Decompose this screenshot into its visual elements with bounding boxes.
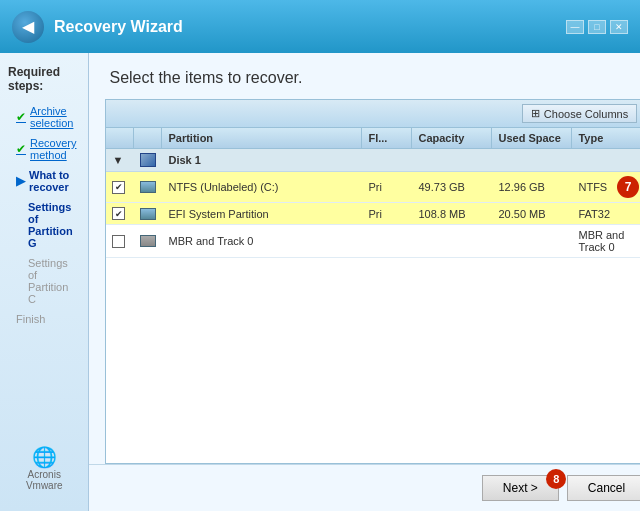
table-row[interactable]: ✔ EFI System Partition Pri 108.8 MB 20.5… — [106, 203, 640, 225]
header-partition[interactable]: Partition — [162, 128, 362, 148]
minimize-button[interactable]: — — [566, 20, 584, 34]
row-icon-cell-2 — [134, 204, 162, 224]
partition-icon-2 — [140, 208, 156, 220]
check-icon: ✔ — [16, 110, 26, 124]
choose-columns-label: Choose Columns — [544, 108, 628, 120]
partition-name-2: EFI System Partition — [162, 204, 362, 224]
header-flag[interactable]: Fl... — [362, 128, 412, 148]
main-layout: Required steps: ✔ Archive selection ✔ Re… — [0, 53, 640, 511]
check-icon-2: ✔ — [16, 142, 26, 156]
sidebar-label-settings-g: Settings of Partition G — [28, 201, 76, 249]
table-header: Partition Fl... Capacity Used Space Type — [106, 128, 640, 149]
choose-columns-button[interactable]: ⊞ Choose Columns — [522, 104, 637, 123]
partition-used-3 — [492, 237, 572, 245]
partition-flag-1: Pri — [362, 177, 412, 197]
partition-capacity-2: 108.8 MB — [412, 204, 492, 224]
disk-icon-cell — [134, 149, 162, 171]
disk-type — [572, 156, 640, 164]
partition-used-1: 12.96 GB — [492, 177, 572, 197]
partition-icon-1 — [140, 181, 156, 193]
sidebar-item-settings-c: Settings of Partition C — [8, 253, 80, 309]
title-bar: ◀ Recovery Wizard — □ ✕ — [0, 0, 640, 53]
row-checkbox-2[interactable]: ✔ — [112, 207, 125, 220]
sidebar-label-archive: Archive selection — [30, 105, 76, 129]
partition-table: ⊞ Choose Columns Partition Fl... Capacit… — [105, 99, 640, 464]
partition-flag-3 — [362, 237, 412, 245]
disk-used — [492, 156, 572, 164]
sidebar-item-settings-g[interactable]: Settings of Partition G — [8, 197, 80, 253]
cancel-button[interactable]: Cancel — [567, 475, 640, 501]
row-checkbox-cell-3[interactable] — [106, 231, 134, 252]
window-controls: — □ ✕ — [566, 20, 628, 34]
maximize-button[interactable]: □ — [588, 20, 606, 34]
partition-type-1: NTFS 7 — [572, 172, 640, 202]
sidebar-label-what: What to recover — [29, 169, 76, 193]
sidebar-footer-text: Acronis Vmware — [8, 469, 80, 491]
partition-type-3: MBR and Track 0 — [572, 225, 640, 257]
partition-used-2: 20.50 MB — [492, 204, 572, 224]
partition-name-3: MBR and Track 0 — [162, 231, 362, 251]
sidebar-label-finish: Finish — [16, 313, 45, 325]
sidebar-item-finish: Finish — [8, 309, 80, 329]
header-checkbox — [106, 128, 134, 148]
disk-expand[interactable]: ▼ — [106, 150, 134, 170]
content-header: Select the items to recover. — [89, 53, 640, 99]
header-capacity[interactable]: Capacity — [412, 128, 492, 148]
arrow-icon: ▶ — [16, 174, 25, 188]
sidebar: Required steps: ✔ Archive selection ✔ Re… — [0, 53, 89, 511]
table-row[interactable]: MBR and Track 0 MBR and Track 0 — [106, 225, 640, 258]
partition-icon-3 — [140, 235, 156, 247]
sidebar-label-settings-c: Settings of Partition C — [28, 257, 76, 305]
sidebar-item-recovery-method[interactable]: ✔ Recovery method — [8, 133, 80, 165]
page-title: Select the items to recover. — [109, 69, 640, 87]
columns-icon: ⊞ — [531, 107, 540, 120]
header-icon — [134, 128, 162, 148]
app-title: Recovery Wizard — [54, 18, 556, 36]
badge-7: 7 — [617, 176, 639, 198]
footer: 8 Next > Cancel — [89, 464, 640, 511]
sidebar-heading: Required steps: — [8, 65, 80, 93]
row-checkbox-3[interactable] — [112, 235, 125, 248]
header-used-space[interactable]: Used Space — [492, 128, 572, 148]
partition-capacity-1: 49.73 GB — [412, 177, 492, 197]
disk-flag — [362, 156, 412, 164]
disk-group-row: ▼ Disk 1 — [106, 149, 640, 172]
table-row[interactable]: ✔ NTFS (Unlabeled) (C:) Pri 49.73 GB 12.… — [106, 172, 640, 203]
table-body: ▼ Disk 1 ✔ — [106, 149, 640, 463]
app-icon: ◀ — [12, 11, 44, 43]
globe-icon: 🌐 — [8, 445, 80, 469]
disk-capacity — [412, 156, 492, 164]
close-button[interactable]: ✕ — [610, 20, 628, 34]
sidebar-item-archive-selection[interactable]: ✔ Archive selection — [8, 101, 80, 133]
disk-label: Disk 1 — [162, 150, 362, 170]
row-checkbox-cell-2[interactable]: ✔ — [106, 203, 134, 224]
header-type[interactable]: Type — [572, 128, 640, 148]
partition-name-1: NTFS (Unlabeled) (C:) — [162, 177, 362, 197]
row-checkbox-cell[interactable]: ✔ — [106, 177, 134, 198]
sidebar-footer: 🌐 Acronis Vmware — [8, 445, 80, 499]
partition-capacity-3 — [412, 237, 492, 245]
sidebar-label-recovery: Recovery method — [30, 137, 76, 161]
badge-8: 8 — [546, 469, 566, 489]
content-area: Select the items to recover. ⊞ Choose Co… — [89, 53, 640, 511]
table-toolbar: ⊞ Choose Columns — [106, 100, 640, 128]
row-icon-cell-1 — [134, 177, 162, 197]
partition-flag-2: Pri — [362, 204, 412, 224]
sidebar-item-what-to-recover[interactable]: ▶ What to recover — [8, 165, 80, 197]
row-checkbox-1[interactable]: ✔ — [112, 181, 125, 194]
partition-type-2: FAT32 — [572, 204, 640, 224]
row-icon-cell-3 — [134, 231, 162, 251]
disk-icon — [140, 153, 156, 167]
